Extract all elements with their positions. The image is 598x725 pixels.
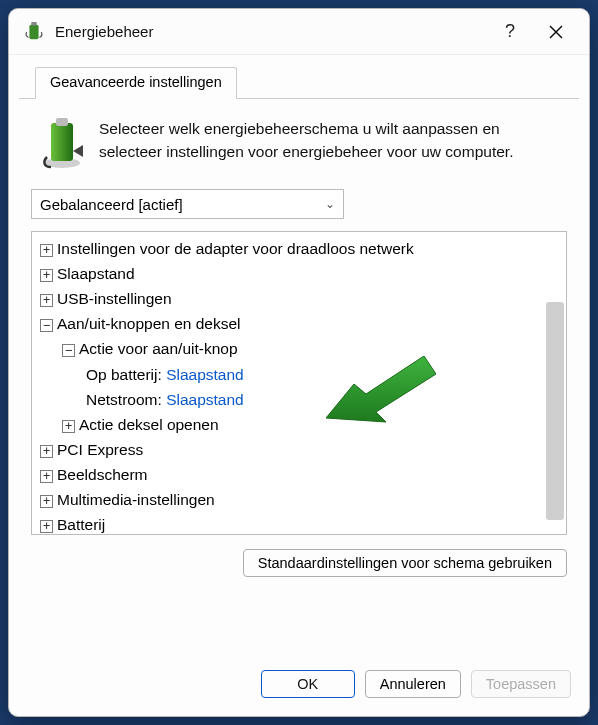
svg-rect-5 <box>56 118 68 126</box>
expand-icon[interactable]: + <box>40 495 53 508</box>
restore-defaults-button[interactable]: Standaardinstellingen voor schema gebrui… <box>243 549 567 577</box>
value-link[interactable]: Slaapstand <box>166 366 244 383</box>
ok-button[interactable]: OK <box>261 670 355 698</box>
window-title: Energiebeheer <box>55 23 153 40</box>
app-icon <box>23 21 45 43</box>
tree-item-lid-action[interactable]: +Actie deksel openen <box>34 412 566 437</box>
expand-icon[interactable]: + <box>40 269 53 282</box>
plan-selected-text: Gebalanceerd [actief] <box>40 196 183 213</box>
plan-select: Gebalanceerd [actief] ⌄ <box>31 189 539 219</box>
titlebar: Energiebeheer ? <box>9 9 589 55</box>
expand-icon[interactable]: + <box>40 294 53 307</box>
expand-icon[interactable]: + <box>40 445 53 458</box>
intro-text: Selecteer welk energiebeheerschema u wil… <box>99 117 561 164</box>
tab-bar: Geavanceerde instellingen <box>19 55 579 99</box>
svg-rect-1 <box>31 21 37 25</box>
tab-advanced[interactable]: Geavanceerde instellingen <box>35 67 237 99</box>
tree-setting-on-battery[interactable]: Op batterij: Slaapstand <box>34 362 566 387</box>
plan-combobox[interactable]: Gebalanceerd [actief] ⌄ <box>31 189 344 219</box>
scrollbar-thumb[interactable] <box>546 302 564 520</box>
apply-button: Toepassen <box>471 670 571 698</box>
help-button[interactable]: ? <box>487 10 533 54</box>
tree-item-usb[interactable]: +USB-instellingen <box>34 286 566 311</box>
tab-content: Selecteer welk energiebeheerschema u wil… <box>9 99 589 658</box>
close-button[interactable] <box>533 10 579 54</box>
expand-icon[interactable]: + <box>62 420 75 433</box>
svg-rect-4 <box>51 123 73 161</box>
dialog-footer: OK Annuleren Toepassen <box>9 658 589 716</box>
svg-rect-0 <box>29 24 38 39</box>
tree-item-pci[interactable]: +PCI Express <box>34 437 566 462</box>
tree-setting-plugged-in[interactable]: Netstroom: Slaapstand <box>34 387 566 412</box>
chevron-down-icon: ⌄ <box>325 197 335 211</box>
tree-item-sleep[interactable]: +Slaapstand <box>34 261 566 286</box>
tree-item-buttons-lid[interactable]: −Aan/uit-knoppen en deksel <box>34 311 566 336</box>
tree-item-wireless[interactable]: +Instellingen voor de adapter voor draad… <box>34 236 566 261</box>
tree-item-battery[interactable]: +Batterij <box>34 512 566 535</box>
settings-tree: +Instellingen voor de adapter voor draad… <box>31 231 567 535</box>
tree-item-display[interactable]: +Beeldscherm <box>34 462 566 487</box>
battery-plug-icon <box>39 117 85 169</box>
value-link[interactable]: Slaapstand <box>166 391 244 408</box>
svg-marker-6 <box>73 145 83 157</box>
tree-item-multimedia[interactable]: +Multimedia-instellingen <box>34 487 566 512</box>
expand-icon[interactable]: + <box>40 520 53 533</box>
cancel-button[interactable]: Annuleren <box>365 670 461 698</box>
dialog-window: Energiebeheer ? Geavanceerde instellinge… <box>8 8 590 717</box>
intro-row: Selecteer welk energiebeheerschema u wil… <box>31 99 567 183</box>
expand-icon[interactable]: + <box>40 470 53 483</box>
expand-icon[interactable]: + <box>40 244 53 257</box>
tree-item-power-action[interactable]: −Actie voor aan/uit-knop <box>34 336 566 361</box>
collapse-icon[interactable]: − <box>40 319 53 332</box>
collapse-icon[interactable]: − <box>62 344 75 357</box>
